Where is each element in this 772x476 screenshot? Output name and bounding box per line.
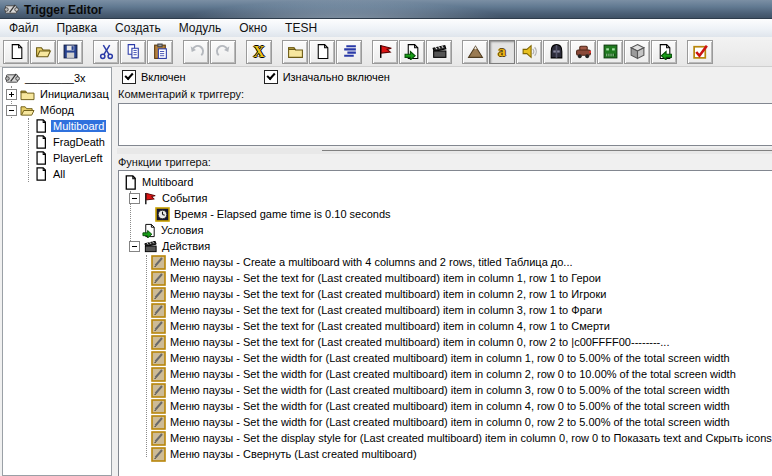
object-editor-button[interactable]: [543, 40, 569, 64]
trigger-tree-panel: ________3x Инициализац Мборд Multiboard …: [2, 67, 112, 476]
cut-button[interactable]: [93, 40, 119, 64]
map-name-label: ________3x: [23, 72, 88, 84]
delete-x-icon: X: [253, 44, 265, 60]
tree-category-mbord[interactable]: Мборд: [3, 102, 111, 118]
save-map-button[interactable]: [57, 40, 83, 64]
trigger-editor-a-icon: a: [498, 44, 506, 59]
save-floppy-icon: [62, 43, 79, 60]
trigger-label: All: [51, 168, 67, 180]
action-text: Меню паузы - Set the width for (Last cre…: [169, 368, 736, 380]
new-event-button[interactable]: [372, 40, 398, 64]
menu-edit[interactable]: Правка: [48, 20, 107, 36]
tree-category-init[interactable]: Инициализац: [3, 86, 111, 102]
initially-on-group: Изначально включен: [264, 70, 390, 84]
func-events-node[interactable]: События: [123, 190, 772, 206]
trigger-doc-icon: [34, 167, 48, 181]
event-flag-icon: [377, 43, 394, 60]
action-row[interactable]: Меню паузы - Set the width for (Last cre…: [123, 398, 772, 414]
func-trigger-root[interactable]: Multiboard: [123, 174, 772, 190]
action-row[interactable]: Меню паузы - Set the width for (Last cre…: [123, 414, 772, 430]
tree-root-map[interactable]: ________3x: [3, 70, 111, 86]
trigger-name: Multiboard: [141, 176, 193, 188]
copy-button[interactable]: [120, 40, 146, 64]
trigger-doc-icon: [34, 119, 48, 133]
expand-plus-icon[interactable]: [6, 89, 17, 100]
action-text: Меню паузы - Set the display style for (…: [169, 432, 772, 444]
trigger-editor-window: Trigger Editor Файл Правка Создать Модул…: [0, 0, 772, 476]
action-row[interactable]: Меню паузы - Create a multiboard with 4 …: [123, 254, 772, 270]
comment-input[interactable]: [118, 103, 772, 146]
trigger-flags-row: Включен Изначально включен: [122, 70, 390, 84]
action-text: Меню паузы - Set the width for (Last cre…: [169, 400, 730, 412]
action-row[interactable]: Меню паузы - Set the text for (Last crea…: [123, 286, 772, 302]
action-text: Меню паузы - Set the width for (Last cre…: [169, 416, 730, 428]
campaign-vehicle-icon: [575, 43, 592, 60]
delete-button[interactable]: X: [246, 40, 272, 64]
import-manager-button[interactable]: [651, 40, 677, 64]
title-bar[interactable]: Trigger Editor: [0, 0, 772, 19]
menu-tesh[interactable]: TESH: [276, 20, 326, 36]
action-pencil-icon: [151, 271, 166, 286]
new-file-button[interactable]: [3, 40, 29, 64]
func-actions-node[interactable]: Действия: [123, 238, 772, 254]
new-condition-button[interactable]: [399, 40, 425, 64]
time-event-icon: [155, 207, 170, 222]
terrain-editor-button[interactable]: [462, 40, 488, 64]
new-category-button[interactable]: [282, 40, 308, 64]
collapse-minus-icon[interactable]: [6, 105, 17, 116]
events-label: События: [161, 192, 207, 204]
trigger-comment-button[interactable]: [336, 40, 362, 64]
menu-window[interactable]: Окно: [230, 20, 276, 36]
conditions-label: Условия: [160, 224, 203, 236]
collapse-minus-icon[interactable]: [129, 193, 140, 204]
horizontal-splitter[interactable]: [117, 148, 772, 154]
action-row[interactable]: Меню паузы - Set the text for (Last crea…: [123, 318, 772, 334]
campaign-editor-button[interactable]: [570, 40, 596, 64]
object-manager-button[interactable]: [624, 40, 650, 64]
paste-button[interactable]: [147, 40, 173, 64]
collapse-minus-icon[interactable]: [129, 241, 140, 252]
test-map-button[interactable]: [687, 40, 713, 64]
action-pencil-icon: [151, 399, 166, 414]
ai-editor-button[interactable]: [597, 40, 623, 64]
redo-button[interactable]: [210, 40, 236, 64]
open-map-button[interactable]: [30, 40, 56, 64]
action-row[interactable]: Меню паузы - Set the text for (Last crea…: [123, 302, 772, 318]
func-conditions-node[interactable]: Условия: [123, 222, 772, 238]
action-pencil-icon: [151, 255, 166, 270]
tree-trigger-fragdeath[interactable]: FragDeath: [3, 134, 111, 150]
action-row[interactable]: Меню паузы - Set the width for (Last cre…: [123, 350, 772, 366]
menu-module[interactable]: Модуль: [170, 20, 231, 36]
tree-trigger-multiboard[interactable]: Multiboard: [3, 118, 111, 134]
new-trigger-button[interactable]: [309, 40, 335, 64]
category-label: Мборд: [38, 104, 76, 116]
window-title: Trigger Editor: [24, 3, 103, 17]
scroll-icon: [4, 3, 19, 16]
functions-label: Функции триггера:: [118, 156, 211, 168]
tree-trigger-all[interactable]: All: [3, 166, 111, 182]
enabled-checkbox[interactable]: [122, 70, 136, 84]
action-row[interactable]: Меню паузы - Set the text for (Last crea…: [123, 334, 772, 350]
action-row[interactable]: Меню паузы - Set the width for (Last cre…: [123, 366, 772, 382]
tree-trigger-playerleft[interactable]: PlayerLeft: [3, 150, 111, 166]
initially-on-checkbox[interactable]: [264, 70, 278, 84]
import-doc-arrow-icon: [656, 43, 673, 60]
menu-file[interactable]: Файл: [0, 20, 48, 36]
sound-editor-button[interactable]: [516, 40, 542, 64]
undo-button[interactable]: [183, 40, 209, 64]
action-pencil-icon: [151, 367, 166, 382]
comment-label: Комментарий к триггеру:: [118, 88, 244, 100]
action-text: Меню паузы - Set the text for (Last crea…: [169, 304, 602, 316]
action-row[interactable]: Меню паузы - Set the display style for (…: [123, 430, 772, 446]
func-event-item[interactable]: Время - Elapsed game time is 0.10 second…: [123, 206, 772, 222]
menu-create[interactable]: Создать: [106, 20, 170, 36]
action-row[interactable]: Меню паузы - Set the width for (Last cre…: [123, 382, 772, 398]
new-action-button[interactable]: [426, 40, 452, 64]
trigger-editor-button[interactable]: a: [489, 40, 515, 64]
actions-clapper-icon: [143, 239, 158, 254]
action-text: Меню паузы - Set the width for (Last cre…: [169, 352, 730, 364]
action-row[interactable]: Меню паузы - Set the text for (Last crea…: [123, 270, 772, 286]
cut-scissors-icon: [98, 43, 115, 60]
action-row[interactable]: Меню паузы - Свернуть (Last created mult…: [123, 446, 772, 462]
action-pencil-icon: [151, 319, 166, 334]
